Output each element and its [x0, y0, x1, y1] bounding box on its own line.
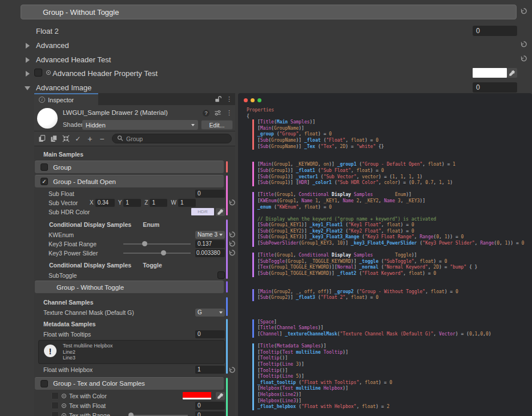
- vector-w-input[interactable]: 1: [178, 199, 196, 207]
- subtoggle-row: SubToggle: [34, 271, 235, 279]
- texture-slot[interactable]: [51, 411, 59, 416]
- hdr-color-swatch[interactable]: HDR: [191, 208, 214, 215]
- unlock-icon[interactable]: [213, 95, 222, 103]
- undo-icon[interactable]: [228, 199, 236, 207]
- collapse-all-icon[interactable]: [62, 134, 70, 143]
- screenshot-root: Group - Without Toggle Float 2 0 Advance…: [0, 0, 532, 416]
- maximize-window-icon[interactable]: [257, 98, 261, 102]
- foldout-arrow-icon[interactable]: [26, 57, 30, 63]
- shader-label: Shader: [63, 121, 83, 128]
- vector-z-input[interactable]: 1: [150, 199, 167, 207]
- float2-input[interactable]: 0: [473, 26, 517, 36]
- key3-float-range-label: Key3 Float Range: [49, 241, 123, 247]
- advanced-material-section: Group - Without Toggle Float 2 0 Advance…: [0, 0, 532, 93]
- material-header: LWGUI_Sample Drawer 2 (Material) Shader …: [34, 105, 235, 131]
- vector-x-input[interactable]: 0.34: [95, 199, 115, 207]
- advanced-header-test-row[interactable]: Advanced Header Test: [0, 54, 532, 66]
- sub-float-label: Sub Float: [49, 190, 195, 197]
- tab-menu-icon[interactable]: [226, 95, 232, 103]
- key3-power-slider-input[interactable]: 0.003380: [195, 249, 225, 257]
- helpbox-line: Test multiline Helpbox: [63, 343, 221, 349]
- vector-y-input[interactable]: 1: [123, 199, 141, 207]
- eyedropper-icon[interactable]: [216, 208, 225, 216]
- property-test-checkbox[interactable]: [34, 69, 42, 77]
- undo-icon[interactable]: [519, 7, 528, 17]
- vector-x-label: X: [90, 199, 94, 206]
- advanced-header-property-test-row[interactable]: Advanced Header Property Test: [0, 68, 532, 79]
- material-menu-icon[interactable]: [226, 109, 232, 117]
- tex-color-swatch[interactable]: [183, 392, 211, 399]
- tex-with-range-input[interactable]: 0: [195, 411, 225, 416]
- foldout-open-arrow-icon[interactable]: [25, 86, 30, 90]
- foldout-arrow-icon[interactable]: [26, 43, 30, 49]
- advanced-image-label: Advanced Image: [36, 83, 92, 92]
- tex-color-samples-checkbox[interactable]: [41, 380, 48, 387]
- float-with-helpbox-input[interactable]: 1: [195, 366, 225, 374]
- foldout-arrow-icon[interactable]: [26, 71, 30, 77]
- undo-icon[interactable]: [228, 366, 236, 374]
- tex-with-range-label: Tex with Range: [69, 412, 126, 416]
- tab-inspector[interactable]: Inspector: [34, 93, 98, 105]
- info-icon: [39, 97, 45, 103]
- color-swatch[interactable]: [473, 68, 507, 78]
- helpbox-line: Line2: [63, 349, 221, 355]
- eyedropper-icon[interactable]: [216, 392, 225, 400]
- group-without-toggle-header[interactable]: Group - Without Toggle: [35, 281, 224, 293]
- sub-float-input[interactable]: 0: [195, 190, 225, 198]
- advanced-header-property-test-label: Advanced Header Property Test: [53, 69, 158, 78]
- tex-color-samples-header[interactable]: Group - Tex and Color Samples: [35, 377, 224, 390]
- texture-slot[interactable]: [51, 402, 59, 409]
- group-header[interactable]: Group: [35, 161, 224, 173]
- key3-float-range-input[interactable]: 0.137: [195, 240, 225, 248]
- undo-icon[interactable]: [228, 231, 236, 239]
- tex-with-range-slider[interactable]: [128, 411, 188, 416]
- group-default-open-checkbox[interactable]: [41, 178, 48, 185]
- float-with-tooltips-input[interactable]: 0: [195, 330, 225, 338]
- chevron-down-icon: [219, 311, 223, 314]
- advanced-image-row[interactable]: Advanced Image 0: [0, 82, 532, 94]
- paste-icon[interactable]: [50, 134, 58, 143]
- copy-icon[interactable]: [38, 134, 46, 143]
- vector-z-label: Z: [144, 199, 148, 206]
- texture-slot[interactable]: [51, 392, 59, 399]
- tex-with-float-input[interactable]: 0: [195, 402, 225, 410]
- advanced-foldout-row[interactable]: Advanced: [0, 40, 532, 51]
- key3-power-slider[interactable]: [123, 249, 191, 257]
- search-input[interactable]: Group: [112, 134, 232, 143]
- material-properties: Main Samples Group Group - Default Open …: [34, 146, 235, 416]
- undo-icon[interactable]: [228, 240, 236, 248]
- collapse-groups-icon[interactable]: [98, 134, 106, 143]
- undo-icon[interactable]: [228, 249, 236, 257]
- key3-float-range-slider[interactable]: [123, 240, 191, 248]
- shader-dropdown[interactable]: Hidden: [82, 120, 198, 130]
- undo-icon[interactable]: [519, 55, 528, 64]
- kwenum-dropdown[interactable]: Name 3: [195, 231, 225, 239]
- group-default-open-section: Group - Default Open Sub Float 0 Sub Vec…: [34, 175, 235, 216]
- texture-channel-mask-label: Texture Channel Mask (Default G): [43, 309, 195, 316]
- group-default-open-header[interactable]: Group - Default Open: [35, 175, 224, 187]
- expand-all-icon[interactable]: [86, 134, 94, 143]
- eyedropper-icon[interactable]: [507, 68, 517, 78]
- group-without-toggle-header-bar[interactable]: Group - Without Toggle: [21, 5, 517, 19]
- minimize-window-icon[interactable]: [251, 98, 255, 102]
- checkmark-icon[interactable]: [74, 134, 82, 143]
- material-title: LWGUI_Sample Drawer 2 (Material): [63, 109, 168, 116]
- texture-channel-mask-dropdown[interactable]: G: [195, 309, 225, 317]
- advanced-image-input[interactable]: 0: [473, 82, 517, 93]
- shader-dropdown-value: Hidden: [86, 122, 106, 129]
- group-checkbox[interactable]: [41, 163, 48, 171]
- edit-shader-button[interactable]: Edit...: [201, 120, 233, 130]
- preset-icon[interactable]: [213, 109, 222, 117]
- tex-with-range-row: Tex with Range 0: [34, 411, 235, 416]
- subtoggle-checkbox[interactable]: [217, 271, 225, 279]
- texture-channel-mask-row: Texture Channel Mask (Default G) G: [34, 308, 235, 317]
- search-icon: [117, 135, 124, 143]
- chevron-down-icon: [191, 124, 195, 126]
- material-preview-sphere[interactable]: [37, 108, 58, 129]
- help-icon[interactable]: [203, 110, 209, 117]
- advanced-header-test-label: Advanced Header Test: [36, 55, 111, 64]
- group-section: Group: [34, 161, 235, 173]
- close-window-icon[interactable]: [244, 98, 248, 102]
- conditional-enum-title: Conditional Display SamplesEnum: [34, 219, 235, 230]
- undo-icon[interactable]: [519, 41, 528, 50]
